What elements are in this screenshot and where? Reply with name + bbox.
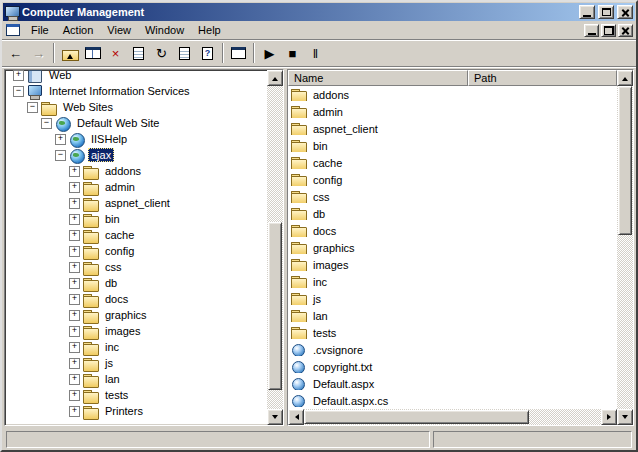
list-item-copyright-txt[interactable]: copyright.txt [288,358,617,375]
export-list-button[interactable] [173,42,196,64]
menu-action[interactable]: Action [56,22,101,38]
list-item-db[interactable]: db [288,205,617,222]
menu-help[interactable]: Help [191,22,228,38]
list-vertical-scrollbar[interactable] [617,70,633,425]
tree-item-js[interactable]: +js [7,355,267,371]
menu-window[interactable]: Window [138,22,191,38]
expand-toggle[interactable]: + [69,294,80,305]
forward-button[interactable]: → [27,42,50,64]
tree-item-lan[interactable]: +lan [7,371,267,387]
expand-toggle[interactable]: + [69,310,80,321]
tree-item-web-sites[interactable]: −Web Sites [7,99,267,115]
expand-toggle[interactable]: + [69,390,80,401]
minimize-button[interactable] [579,5,595,19]
tree-item-printers[interactable]: +Printers [7,403,267,419]
tree-item-db[interactable]: +db [7,275,267,291]
list-scroll-down-button[interactable] [617,409,633,425]
tree-item-cache[interactable]: +cache [7,227,267,243]
console-window-button[interactable] [227,42,250,64]
close-button[interactable] [617,5,633,19]
tree-scroll-track[interactable] [267,86,283,409]
list-item-inc[interactable]: inc [288,273,617,290]
list-hscroll-thumb[interactable] [304,410,529,424]
mdi-restore-button[interactable] [601,24,616,37]
tree-item-images[interactable]: +images [7,323,267,339]
tree-item-css[interactable]: +css [7,259,267,275]
list-scroll-left-button[interactable] [288,409,304,425]
list-item-lan[interactable]: lan [288,307,617,324]
list-item-css[interactable]: css [288,188,617,205]
expand-toggle[interactable]: + [69,326,80,337]
list-scroll-thumb[interactable] [618,86,632,235]
expand-toggle[interactable]: + [69,166,80,177]
expand-toggle[interactable]: + [69,246,80,257]
expand-toggle[interactable]: + [13,70,24,81]
list-scroll-right-button[interactable] [601,409,617,425]
collapse-toggle[interactable]: − [41,118,52,129]
help-button[interactable]: ? [196,42,219,64]
tree-item-ajax[interactable]: −ajax [7,147,267,163]
list-item-admin[interactable]: admin [288,103,617,120]
list-hscroll-track[interactable] [304,409,601,425]
up-one-level-button[interactable] [58,42,81,64]
expand-toggle[interactable]: + [69,358,80,369]
tree-item-config[interactable]: +config [7,243,267,259]
list-item-default-aspx[interactable]: Default.aspx [288,375,617,392]
tree-item-default-web-site[interactable]: −Default Web Site [7,115,267,131]
expand-toggle[interactable]: + [69,262,80,273]
list-item-images[interactable]: images [288,256,617,273]
expand-toggle[interactable]: + [69,182,80,193]
tree-item-aspnet-client[interactable]: +aspnet_client [7,195,267,211]
column-header-name[interactable]: Name [288,70,468,86]
list-item-default-aspx-cs[interactable]: Default.aspx.cs [288,392,617,409]
expand-toggle[interactable]: + [69,342,80,353]
tree-vertical-scrollbar[interactable] [267,70,283,425]
list-item-cache[interactable]: cache [288,154,617,171]
list-item-addons[interactable]: addons [288,86,617,103]
collapse-toggle[interactable]: − [55,150,66,161]
expand-toggle[interactable]: + [55,134,66,145]
expand-toggle[interactable]: + [69,214,80,225]
collapse-toggle[interactable]: − [13,86,24,97]
delete-button[interactable]: × [104,42,127,64]
expand-toggle[interactable]: + [69,198,80,209]
tree-item-bin[interactable]: +bin [7,211,267,227]
refresh-button[interactable]: ↻ [150,42,173,64]
maximize-button[interactable] [598,5,614,19]
tree-item-inc[interactable]: +inc [7,339,267,355]
list-item-cvsignore[interactable]: .cvsignore [288,341,617,358]
list-item-aspnet-client[interactable]: aspnet_client [288,120,617,137]
expand-toggle[interactable]: + [69,230,80,241]
expand-toggle[interactable]: + [69,278,80,289]
column-header-path[interactable]: Path [468,70,617,86]
tree-item-addons[interactable]: +addons [7,163,267,179]
tree-item-tests[interactable]: +tests [7,387,267,403]
tree-scroll-up-button[interactable] [267,70,283,86]
list-item-docs[interactable]: docs [288,222,617,239]
list-item-js[interactable]: js [288,290,617,307]
list-scroll-track[interactable] [617,86,633,409]
list-item-bin[interactable]: bin [288,137,617,154]
back-button[interactable]: ← [4,42,27,64]
console-system-icon[interactable] [6,24,20,36]
menu-view[interactable]: View [100,22,138,38]
tree-scroll-thumb[interactable] [268,222,282,390]
tree-item-internet-information-services[interactable]: −Internet Information Services [7,83,267,99]
titlebar[interactable]: Computer Management [3,3,635,21]
tree-item-graphics[interactable]: +graphics [7,307,267,323]
tree-item-web[interactable]: +Web [7,70,267,83]
tree-item-docs[interactable]: +docs [7,291,267,307]
collapse-toggle[interactable]: − [27,102,38,113]
expand-toggle[interactable]: + [69,406,80,417]
list-horizontal-scrollbar[interactable] [288,409,617,425]
expand-toggle[interactable]: + [69,374,80,385]
stop-item-button[interactable]: ■ [281,42,304,64]
menu-file[interactable]: File [24,22,56,38]
properties-button[interactable] [127,42,150,64]
mdi-close-button[interactable] [618,24,633,37]
show-hide-console-tree-button[interactable] [81,42,104,64]
list-scroll-up-button[interactable] [617,70,633,86]
mdi-minimize-button[interactable] [584,24,599,37]
list-item-graphics[interactable]: graphics [288,239,617,256]
tree-item-admin[interactable]: +admin [7,179,267,195]
